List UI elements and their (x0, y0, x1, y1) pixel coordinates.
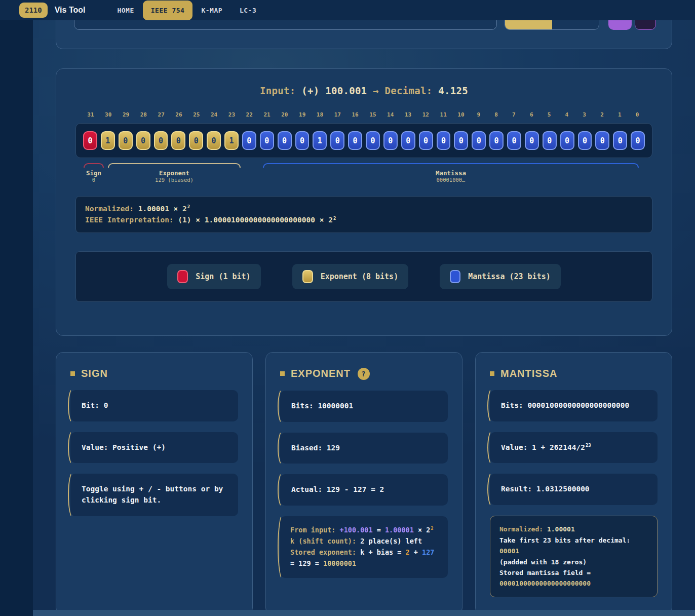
navbar: 2110 Vis Tool HOMEIEEE 754K-MAPLC-3 (0, 0, 695, 20)
bit-cell-1[interactable]: 0 (613, 131, 627, 150)
bit-cell-5[interactable]: 0 (543, 131, 557, 150)
bit-index-13: 13 (401, 111, 415, 118)
bit-row: 01000000100001000000000000000000 (83, 131, 645, 150)
app-title: Vis Tool (55, 6, 86, 15)
bit-index-1: 1 (612, 111, 627, 118)
horizontal-scrollbar[interactable] (33, 610, 695, 616)
sign-swatch-icon (177, 270, 188, 283)
nav-tab-ieee-754[interactable]: IEEE 754 (143, 1, 193, 20)
bit-cell-4[interactable]: 0 (560, 131, 574, 150)
mantissa-bracket (263, 163, 639, 168)
sign-card-title-row: SIGN (70, 368, 238, 379)
bit-index-20: 20 (278, 111, 292, 118)
legend: Sign (1 bit)Exponent (8 bits)Mantissa (2… (88, 264, 640, 289)
bit-cell-21[interactable]: 0 (260, 131, 274, 150)
bit-index-28: 28 (136, 111, 150, 118)
app-badge: 2110 (19, 3, 48, 18)
expression-input[interactable] (74, 20, 497, 30)
bit-index-21: 21 (260, 111, 274, 118)
bit-cell-3[interactable]: 0 (578, 131, 592, 150)
legend-container: Sign (1 bit)Exponent (8 bits)Mantissa (2… (75, 251, 652, 302)
bit-cell-25[interactable]: 0 (189, 131, 203, 150)
exponent-row-0: Bits: 10000001 (280, 391, 448, 422)
bit-index-0: 0 (630, 111, 644, 118)
action-button-secondary[interactable] (635, 20, 656, 30)
action-button-primary[interactable] (608, 20, 632, 30)
bit-cell-16[interactable]: 0 (348, 131, 362, 150)
bit-cell-6[interactable]: 0 (525, 131, 539, 150)
bit-index-18: 18 (313, 111, 327, 118)
bit-cell-20[interactable]: 0 (278, 131, 292, 150)
mode-toggle-active-segment[interactable] (505, 20, 552, 29)
exponent-bracket (108, 163, 241, 168)
input-panel-fragment (56, 20, 672, 49)
bit-cell-27[interactable]: 0 (154, 131, 168, 150)
bit-cell-15[interactable]: 0 (366, 131, 380, 150)
bit-cell-2[interactable]: 0 (595, 131, 609, 150)
bit-index-4: 4 (560, 111, 574, 118)
sign-bracket (84, 163, 104, 168)
mode-toggle[interactable] (505, 20, 599, 30)
bit-cell-9[interactable]: 0 (472, 131, 486, 150)
bit-index-25: 25 (189, 111, 204, 118)
exponent-row-2: Actual: 129 - 127 = 2 (280, 474, 448, 506)
bit-index-10: 10 (454, 111, 468, 118)
bit-cell-0[interactable]: 0 (631, 131, 645, 150)
bit-index-26: 26 (172, 111, 186, 118)
conversion-heading: Input: (+) 100.001 → Decimal: 4.125 (75, 85, 652, 96)
mantissa-row-1: Value: 1 + 262144/223 (490, 432, 658, 464)
legend-item-mantissa: Mantissa (23 bits) (440, 264, 561, 289)
bullet-icon (490, 371, 494, 376)
nav-tab-k-map[interactable]: K-MAP (192, 1, 231, 20)
mantissa-card-title-row: MANTISSA (490, 368, 658, 379)
card-title: EXPONENT (291, 368, 351, 379)
bit-index-31: 31 (84, 111, 98, 118)
bit-index-29: 29 (119, 111, 133, 118)
help-icon[interactable]: ? (358, 368, 370, 380)
bit-cell-11[interactable]: 0 (437, 131, 451, 150)
nav-tab-home[interactable]: HOME (108, 1, 142, 20)
bit-row-container: 01000000100001000000000000000000 (75, 123, 652, 158)
bit-cell-26[interactable]: 0 (171, 131, 185, 150)
bit-cell-31[interactable]: 0 (83, 131, 97, 150)
field-group-labels: Sign0Exponent129 (biased)Mantissa0000100… (84, 163, 644, 183)
bit-cell-30[interactable]: 1 (101, 131, 115, 150)
bit-index-row: 3130292827262524232221201918171615141312… (84, 111, 644, 118)
bit-cell-18[interactable]: 1 (313, 131, 327, 150)
bit-index-16: 16 (348, 111, 362, 118)
bit-cell-22[interactable]: 0 (242, 131, 256, 150)
bit-cell-24[interactable]: 0 (207, 131, 221, 150)
bit-cell-28[interactable]: 0 (136, 131, 150, 150)
nav-tab-lc-3[interactable]: LC-3 (231, 1, 265, 20)
bit-index-9: 9 (472, 111, 486, 118)
bit-index-11: 11 (436, 111, 450, 118)
bullet-icon (70, 371, 75, 376)
bit-cell-14[interactable]: 0 (383, 131, 398, 150)
bit-cell-7[interactable]: 0 (507, 131, 521, 150)
exponent-row-1: Biased: 129 (280, 433, 448, 464)
bit-cell-19[interactable]: 0 (295, 131, 310, 150)
bit-cell-8[interactable]: 0 (489, 131, 504, 150)
nav-tabs: HOMEIEEE 754K-MAPLC-3 (108, 0, 265, 20)
ieee754-visualizer-panel: Input: (+) 100.001 → Decimal: 4.125 3130… (56, 68, 672, 336)
sign-row-1: Value: Positive (+) (70, 432, 238, 464)
bit-cell-23[interactable]: 1 (224, 131, 239, 150)
main-content: Input: (+) 100.001 → Decimal: 4.125 3130… (33, 20, 695, 610)
bit-index-27: 27 (154, 111, 168, 118)
bit-cell-12[interactable]: 0 (419, 131, 433, 150)
bit-index-22: 22 (242, 111, 256, 118)
bit-index-2: 2 (595, 111, 609, 118)
bit-index-3: 3 (577, 111, 592, 118)
bit-cell-17[interactable]: 0 (330, 131, 344, 150)
bit-cell-29[interactable]: 0 (119, 131, 133, 150)
bit-cell-13[interactable]: 0 (401, 131, 415, 150)
mantissa-derivation-note: Normalized: 1.00001Take first 23 bits af… (490, 516, 658, 597)
bit-index-17: 17 (330, 111, 344, 118)
bit-cell-10[interactable]: 0 (454, 131, 468, 150)
bit-index-7: 7 (507, 111, 521, 118)
sign-row-2: Toggle using + / - buttons or by clickin… (70, 474, 238, 516)
exponent-card-title-row: EXPONENT ? (280, 368, 448, 380)
bit-index-8: 8 (489, 111, 504, 118)
mantissa-group-label: Mantissa00001000… (263, 163, 639, 183)
exponent-swatch-icon (302, 270, 313, 283)
